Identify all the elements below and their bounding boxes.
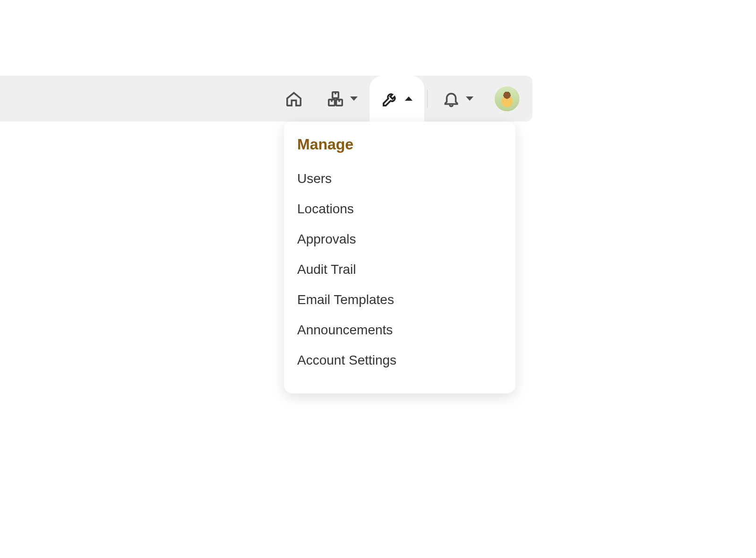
dropdown-header: Manage: [297, 136, 502, 153]
nav-home[interactable]: [273, 76, 315, 122]
topbar: [0, 76, 533, 122]
dropdown-item-locations[interactable]: Locations: [297, 194, 502, 224]
manage-dropdown: Manage Users Locations Approvals Audit T…: [284, 122, 515, 393]
dropdown-item-email-templates[interactable]: Email Templates: [297, 285, 502, 315]
dropdown-item-account-settings[interactable]: Account Settings: [297, 345, 502, 375]
nav-inventory[interactable]: [315, 76, 369, 122]
nav-manage[interactable]: [369, 76, 424, 122]
wrench-icon: [381, 90, 399, 108]
chevron-up-icon: [405, 96, 412, 101]
boxes-icon: [326, 90, 344, 108]
home-icon: [285, 90, 303, 108]
chevron-down-icon: [466, 96, 473, 101]
dropdown-item-approvals[interactable]: Approvals: [297, 224, 502, 254]
avatar-image: [495, 87, 519, 111]
dropdown-item-audit-trail[interactable]: Audit Trail: [297, 254, 502, 285]
dropdown-item-users[interactable]: Users: [297, 164, 502, 194]
avatar[interactable]: [495, 87, 519, 111]
bell-icon: [442, 90, 460, 108]
topbar-divider: [427, 90, 428, 108]
chevron-down-icon: [350, 96, 358, 101]
nav-notifications[interactable]: [430, 76, 485, 122]
dropdown-item-announcements[interactable]: Announcements: [297, 315, 502, 345]
